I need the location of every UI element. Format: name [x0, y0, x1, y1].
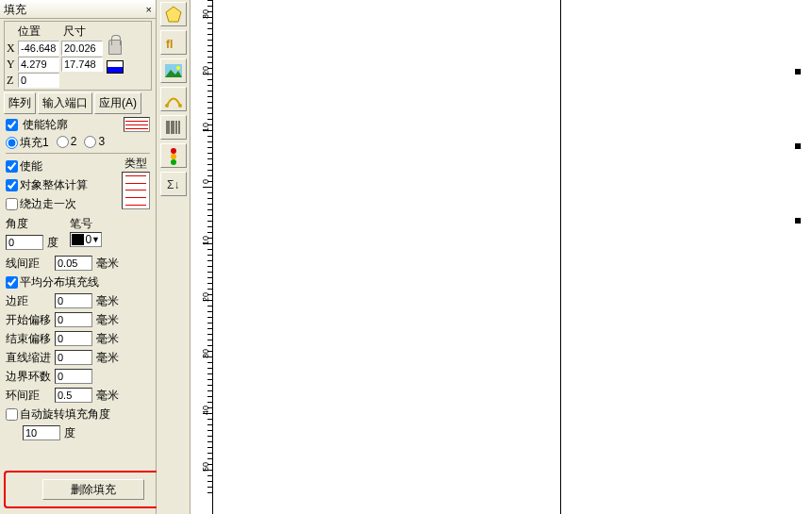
fill1-radio[interactable]: [6, 137, 18, 149]
color-swatch-icon[interactable]: [107, 60, 124, 74]
panel-title-text: 填充: [4, 0, 26, 19]
fill2-radio[interactable]: [57, 136, 69, 148]
y-input[interactable]: [18, 57, 59, 72]
measure-tool-icon[interactable]: Σ↓: [160, 172, 187, 196]
ruler-label: 30: [201, 349, 210, 358]
width-input[interactable]: [61, 41, 103, 56]
svg-text:Σ↓: Σ↓: [167, 178, 179, 191]
chevron-down-icon: ▼: [91, 235, 101, 244]
svg-marker-0: [166, 7, 181, 22]
delete-fill-button[interactable]: 删除填充: [42, 479, 144, 500]
lock-icon[interactable]: [108, 40, 122, 55]
position-size-box: 位置 尺寸 X Y Z: [4, 21, 152, 91]
svg-point-5: [165, 104, 169, 108]
pen-label: 笔号: [70, 216, 102, 232]
text-tool-icon[interactable]: fI: [160, 30, 187, 55]
line-spacing-label: 线间距: [6, 256, 55, 272]
pen-color-icon: [72, 234, 84, 245]
ruler-label: 50: [201, 462, 210, 472]
indent-label: 直线缩进: [6, 350, 55, 366]
line-spacing-input[interactable]: [55, 256, 92, 271]
end-offset-label: 结束偏移: [6, 331, 55, 347]
page-edge-line: [560, 0, 561, 514]
type-label: 类型: [122, 156, 150, 172]
input-port-button[interactable]: 输入端口: [38, 92, 92, 114]
z-label: Z: [7, 74, 18, 88]
auto-rotate-checkbox[interactable]: [6, 408, 18, 421]
indent-input[interactable]: [55, 350, 92, 365]
x-input[interactable]: [18, 41, 59, 56]
enable-outline-label[interactable]: 使能轮廓: [6, 117, 68, 133]
rotate-angle-input[interactable]: [23, 425, 60, 440]
position-header: 位置: [7, 24, 52, 40]
svg-point-15: [171, 159, 176, 165]
angle-label: 角度: [6, 216, 58, 232]
around-edge-checkbox[interactable]: [6, 198, 18, 210]
ring-count-label: 边界环数: [6, 369, 55, 385]
edge-dist-label: 边距: [6, 293, 55, 309]
polygon-tool-icon[interactable]: [160, 2, 187, 26]
fill3-radio[interactable]: [84, 136, 96, 148]
ring-spacing-input[interactable]: [55, 388, 92, 403]
ruler-label: 40: [201, 406, 210, 415]
handle-mid-left[interactable]: [795, 143, 801, 149]
ruler-label: 20: [201, 292, 210, 302]
svg-point-6: [178, 104, 182, 108]
whole-object-checkbox[interactable]: [6, 179, 18, 191]
ruler-label: 20: [201, 66, 210, 75]
end-offset-input[interactable]: [55, 331, 92, 346]
x-label: X: [7, 41, 18, 56]
ruler-label: 10: [201, 123, 210, 132]
height-input[interactable]: [61, 57, 103, 72]
angle-input[interactable]: [6, 235, 43, 250]
ruler-label: 30: [201, 9, 210, 19]
enable-checkbox[interactable]: [6, 160, 18, 173]
fill-layer-radios: 填充1 2 3: [6, 135, 150, 151]
enable-outline-checkbox[interactable]: [6, 119, 18, 131]
ring-spacing-label: 环间距: [6, 388, 55, 404]
panel-titlebar: 填充 ×: [0, 0, 156, 19]
apply-button[interactable]: 应用(A): [94, 92, 141, 114]
ring-count-input[interactable]: [55, 369, 92, 384]
z-input[interactable]: [18, 73, 59, 88]
hatch-type-icon[interactable]: [122, 172, 150, 209]
traffic-light-icon[interactable]: [160, 143, 187, 168]
start-offset-label: 开始偏移: [6, 312, 55, 328]
vertical-ruler: 30201001020304050: [191, 0, 213, 514]
svg-point-13: [171, 148, 176, 154]
avg-distribute-checkbox[interactable]: [6, 276, 18, 289]
panel-close-icon[interactable]: ×: [146, 0, 156, 19]
ruler-label: 0: [201, 179, 210, 184]
selection-bounds[interactable]: ✕: [798, 72, 812, 221]
array-button[interactable]: 阵列: [4, 92, 36, 114]
svg-point-14: [171, 154, 176, 159]
start-offset-input[interactable]: [55, 312, 92, 327]
outline-pattern-icon[interactable]: [124, 117, 150, 132]
image-tool-icon[interactable]: [160, 58, 187, 83]
barcode-tool-icon[interactable]: [160, 115, 187, 140]
svg-text:fI: fI: [166, 38, 173, 51]
vector-tool-icon[interactable]: [160, 87, 187, 111]
handle-bot-left[interactable]: [795, 218, 801, 224]
handle-top-left[interactable]: [795, 69, 801, 75]
canvas-area[interactable]: ✕ 沪: [213, 0, 812, 514]
pen-selector[interactable]: 0 ▼: [70, 232, 102, 247]
fill-panel: 填充 × 位置 尺寸 X Y Z: [0, 0, 157, 514]
tool-palette: fI Σ↓: [157, 0, 191, 514]
size-header: 尺寸: [54, 24, 95, 40]
svg-point-4: [176, 66, 180, 70]
edge-dist-input[interactable]: [55, 293, 92, 308]
ruler-label: 10: [201, 236, 210, 245]
y-label: Y: [7, 58, 18, 72]
